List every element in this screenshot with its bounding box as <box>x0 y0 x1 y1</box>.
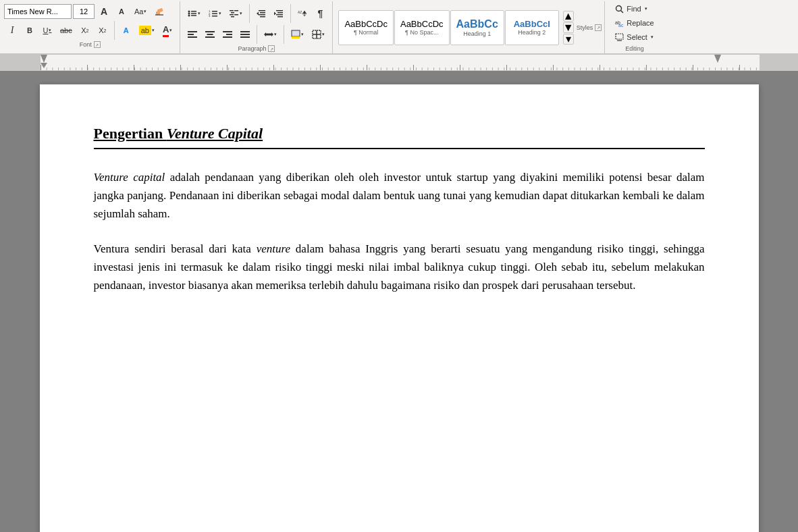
font-dialog-launcher[interactable]: ↗ <box>94 41 101 48</box>
document-area: Pengertian Venture Capital Venture capit… <box>0 71 798 532</box>
svg-rect-1 <box>157 8 163 13</box>
svg-point-7 <box>188 15 190 17</box>
select-icon <box>615 33 624 42</box>
svg-rect-14 <box>212 16 217 17</box>
svg-rect-8 <box>191 15 196 16</box>
svg-rect-15 <box>230 10 234 11</box>
font-group-label: Font <box>80 41 92 48</box>
svg-rect-10 <box>212 11 217 12</box>
styles-group-label: Styles <box>577 24 593 31</box>
svg-rect-17 <box>230 14 234 16</box>
styles-scroll-down[interactable]: ▼ <box>563 22 574 33</box>
borders-icon <box>312 30 321 39</box>
heading-normal-text: Pengertian <box>94 125 167 142</box>
underline-button[interactable]: U▾ <box>39 23 55 38</box>
change-case-button[interactable]: Aa▾ <box>131 4 150 19</box>
styles-scroll-up[interactable]: ▲ <box>563 11 574 22</box>
font-size-input[interactable] <box>73 4 95 19</box>
line-spacing-icon <box>264 30 273 39</box>
svg-rect-36 <box>188 34 194 35</box>
style-heading2-label: Heading 2 <box>518 29 546 36</box>
numbering-button[interactable]: 1. 2. 3. ▾ <box>205 6 225 21</box>
style-no-space-label: ¶ No Spac... <box>405 29 438 36</box>
ribbon: A A Aa▾ I B U▾ abc X2 X2 A <box>0 0 798 55</box>
text-effects-button[interactable]: A <box>118 23 134 38</box>
increase-indent-button[interactable] <box>271 6 287 21</box>
svg-point-3 <box>188 11 190 13</box>
sort-button[interactable]: AZ <box>294 6 311 21</box>
font-name-input[interactable] <box>4 4 72 19</box>
svg-rect-40 <box>205 36 215 38</box>
clear-format-button[interactable] <box>151 4 167 19</box>
svg-rect-38 <box>205 31 215 32</box>
multilevel-list-button[interactable]: ▾ <box>226 6 246 21</box>
svg-rect-20 <box>234 14 238 16</box>
style-no-space-preview: AaBbCcDc <box>400 19 444 29</box>
italic-button[interactable]: I <box>4 23 20 38</box>
svg-rect-16 <box>231 12 234 14</box>
editing-section: Find ▾ ab ac Replace Select ▾ Editing <box>605 1 664 53</box>
text-highlight-button[interactable]: ab▾ <box>136 23 158 38</box>
svg-rect-57 <box>616 34 623 39</box>
font-color-button[interactable]: A▾ <box>159 23 176 38</box>
show-hide-button[interactable]: ¶ <box>312 6 328 21</box>
font-group: A A Aa▾ I B U▾ abc X2 X2 A <box>0 1 180 53</box>
align-right-button[interactable] <box>219 27 236 42</box>
svg-text:AZ: AZ <box>298 10 302 14</box>
svg-rect-43 <box>223 36 232 38</box>
svg-rect-41 <box>223 31 232 32</box>
decrease-indent-icon <box>257 9 266 18</box>
styles-gallery: AaBbCcDc ¶ Normal AaBbCcDc ¶ No Spac... … <box>336 10 561 45</box>
strikethrough-button[interactable]: abc <box>57 23 76 38</box>
superscript-button[interactable]: X2 <box>95 23 111 38</box>
borders-button[interactable]: ▾ <box>309 27 328 42</box>
style-normal-preview: AaBbCcDc <box>344 19 388 29</box>
svg-rect-6 <box>191 13 196 14</box>
shrink-font-button[interactable]: A <box>113 4 130 19</box>
multilevel-icon <box>230 9 239 18</box>
ruler-margin-right <box>760 55 798 70</box>
align-right-icon <box>223 30 232 39</box>
increase-indent-icon <box>274 9 284 18</box>
document-page: Pengertian Venture Capital Venture capit… <box>40 84 759 532</box>
ruler-ticks <box>41 55 760 70</box>
para-sep2 <box>290 4 291 23</box>
style-normal[interactable]: AaBbCcDc ¶ Normal <box>338 10 394 45</box>
para-sep1 <box>249 4 250 23</box>
justify-button[interactable] <box>237 27 253 42</box>
align-left-button[interactable] <box>184 27 201 42</box>
sort-icon: AZ <box>298 9 307 18</box>
styles-more-button[interactable]: ▾ <box>563 34 574 45</box>
grow-font-button[interactable]: A <box>96 4 112 19</box>
svg-rect-48 <box>292 30 300 36</box>
find-button[interactable]: Find ▾ <box>610 3 658 15</box>
svg-marker-25 <box>257 12 259 16</box>
svg-marker-47 <box>264 32 273 36</box>
line-spacing-button[interactable]: ▾ <box>261 27 280 42</box>
svg-rect-46 <box>240 36 250 38</box>
svg-rect-4 <box>191 11 196 12</box>
decrease-indent-button[interactable] <box>253 6 269 21</box>
para-dialog-launcher[interactable]: ↗ <box>268 45 275 52</box>
style-heading1-label: Heading 1 <box>463 30 491 37</box>
svg-line-54 <box>621 10 624 13</box>
shading-button[interactable]: ▾ <box>288 27 307 42</box>
style-heading1[interactable]: AaBbCc Heading 1 <box>450 10 504 45</box>
select-button[interactable]: Select ▾ <box>610 31 658 43</box>
svg-rect-24 <box>260 16 265 18</box>
bold-button[interactable]: B <box>22 23 38 38</box>
replace-icon: ab ac <box>615 19 624 28</box>
bullets-icon <box>188 9 197 18</box>
align-center-button[interactable] <box>202 27 218 42</box>
para-sep3 <box>257 25 257 44</box>
styles-dialog-launcher[interactable]: ↗ <box>595 24 602 31</box>
replace-button[interactable]: ab ac Replace <box>610 17 658 29</box>
svg-rect-22 <box>260 12 265 14</box>
style-heading2[interactable]: AaBbCcI Heading 2 <box>505 10 559 45</box>
styles-section: AaBbCcDc ¶ Normal AaBbCcDc ¶ No Spac... … <box>333 1 605 53</box>
ruler-margin-left <box>0 55 41 70</box>
subscript-button[interactable]: X2 <box>77 23 93 38</box>
svg-rect-26 <box>276 10 283 11</box>
bullets-button[interactable]: ▾ <box>184 6 204 21</box>
style-no-space[interactable]: AaBbCcDc ¶ No Spac... <box>394 10 450 45</box>
